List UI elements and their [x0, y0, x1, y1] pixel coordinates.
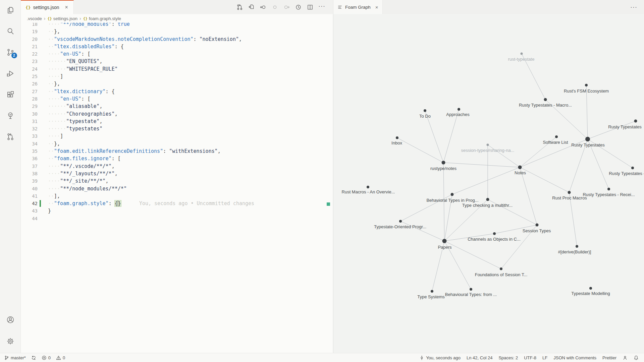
- graph-node-rusts-fsm-ecosystem[interactable]: [585, 84, 588, 86]
- code-line-42: 42··"foam.graph.style": {} You, seconds …: [21, 200, 333, 207]
- line-number: 39: [21, 177, 38, 185]
- branch-indicator[interactable]: master*: [4, 355, 26, 360]
- json-file-icon: {}: [25, 5, 31, 10]
- gitlens-file-history-icon[interactable]: [236, 4, 243, 11]
- graph-node-rusty-typestates-right[interactable]: [634, 120, 637, 123]
- graph-tab-bar: Foam Graph × ···: [333, 0, 644, 14]
- graph-node-label: Typestate-Oriented Progr...: [374, 224, 426, 229]
- breadcrumb-item[interactable]: .vscode: [27, 16, 42, 21]
- breadcrumb: .vscode›{}settings.json›{}foam.graph.sty…: [21, 14, 333, 23]
- graph-node-rusty-typestates-hub[interactable]: [585, 137, 590, 141]
- overview-ruler-modified-mark: [327, 202, 330, 206]
- graph-node-typestate-oriented-progr[interactable]: [399, 220, 402, 223]
- graph-node-session-types[interactable]: [536, 224, 539, 227]
- breadcrumb-separator: ›: [44, 16, 46, 21]
- code-line-33: 33····]: [21, 132, 333, 140]
- graph-edge: [397, 138, 443, 163]
- indentation[interactable]: Spaces: 2: [498, 355, 518, 360]
- graph-node-session-types-sharing[interactable]: [487, 144, 489, 146]
- code-line-41: 41··],: [21, 192, 333, 200]
- bracket-highlight: {}: [115, 200, 121, 206]
- source-control-icon[interactable]: 2: [6, 48, 15, 57]
- breadcrumb-item[interactable]: {}foam.graph.style: [83, 16, 121, 21]
- graph-node-rust-proc-macros[interactable]: [568, 191, 571, 194]
- graph-node-label: To Do: [419, 114, 431, 119]
- code-line-40: 40····"**/node_modules/**/*": [21, 185, 333, 192]
- graph-node-papers[interactable]: [442, 239, 447, 243]
- graph-node-foundations-session[interactable]: [500, 267, 502, 270]
- graph-node-software-list[interactable]: [555, 135, 558, 138]
- graph-node-type-systems[interactable]: [431, 290, 433, 293]
- graph-node-typestate-modelling[interactable]: [589, 287, 592, 290]
- timeline-icon[interactable]: [295, 4, 302, 11]
- eol-sequence[interactable]: LF: [542, 355, 547, 360]
- graph-node-label: Behavioral Types in Prog...: [426, 198, 478, 203]
- graph-node-rustype-notes[interactable]: [442, 161, 445, 165]
- foam-graph-canvas[interactable]: rust-typestateRust's FSM EcosystemRusty …: [333, 14, 644, 353]
- graph-node-channels-as-objects[interactable]: [493, 232, 496, 235]
- extensions-icon[interactable]: [6, 90, 15, 99]
- graph-tab-close-icon[interactable]: ×: [375, 4, 378, 10]
- graph-node-label: rustype/notes: [430, 166, 457, 171]
- code-line-36: 36··"foam.files.ignore": [: [21, 155, 333, 162]
- sync-button[interactable]: [31, 355, 36, 360]
- code-line-31: 31······"typestate",: [21, 118, 333, 125]
- graph-node-behavioral-types-prog[interactable]: [451, 193, 454, 196]
- previous-change-icon[interactable]: [260, 4, 267, 11]
- open-changes-icon[interactable]: [248, 4, 255, 11]
- code-line-38: 38····"**/_layouts/**/*",: [21, 170, 333, 177]
- editor-more-actions-icon[interactable]: ···: [318, 3, 325, 12]
- graph-edge: [443, 109, 459, 163]
- graph-node-behavioural-types-from[interactable]: [470, 288, 472, 291]
- tab-foam-graph[interactable]: Foam Graph ×: [333, 0, 383, 14]
- graph-node-label: Notes: [515, 170, 526, 175]
- account-icon[interactable]: [6, 315, 15, 324]
- line-number: 42: [21, 200, 38, 207]
- line-number: 25: [21, 73, 38, 80]
- graph-node-rusty-typestates-mid[interactable]: [631, 167, 634, 169]
- graph-node-derive-builder[interactable]: [576, 245, 578, 248]
- blame-annotation[interactable]: You, seconds ago: [419, 355, 461, 360]
- notifications-bell-icon[interactable]: [634, 355, 639, 360]
- breadcrumb-item[interactable]: {}settings.json: [47, 16, 77, 21]
- split-editor-icon[interactable]: [307, 4, 314, 11]
- code-line-34: 34··},: [21, 140, 333, 147]
- tab-settings-json[interactable]: {} settings.json ×: [21, 0, 74, 14]
- line-number: 33: [21, 132, 38, 140]
- encoding[interactable]: UTF-8: [524, 355, 536, 360]
- tab-close-icon[interactable]: ×: [65, 5, 68, 10]
- graph-node-rust-macros-overview[interactable]: [367, 186, 369, 188]
- errors-indicator[interactable]: 0: [42, 355, 51, 360]
- graph-node-rusty-typestates-macro[interactable]: [544, 98, 547, 101]
- graph-edge: [444, 241, 501, 269]
- language-mode[interactable]: JSON with Comments: [553, 355, 596, 360]
- testing-tree-icon[interactable]: [6, 111, 15, 120]
- explorer-icon[interactable]: [6, 6, 15, 14]
- code-editor[interactable]: 18····"**/node_modules": true19··},20··"…: [21, 23, 333, 353]
- graph-node-inbox[interactable]: [396, 136, 398, 139]
- line-number: 28: [21, 95, 38, 103]
- code-line-24: 24······"WHITESPACE_RULE": [21, 65, 333, 73]
- warnings-indicator[interactable]: 0: [56, 355, 65, 360]
- feedback-icon[interactable]: [623, 355, 628, 360]
- graph-node-label: Rusty Typestates -: [609, 171, 644, 176]
- settings-gear-icon[interactable]: [6, 337, 15, 346]
- run-debug-icon[interactable]: [6, 69, 15, 78]
- graph-node-notes[interactable]: [518, 166, 522, 169]
- graph-node-label: Typestate Modelling: [571, 291, 610, 296]
- formatter[interactable]: Prettier: [602, 355, 616, 360]
- editor-tab-bar: {} settings.json × ···: [21, 0, 333, 14]
- graph-node-rusty-typestates-recei[interactable]: [607, 188, 610, 190]
- line-number: 41: [21, 192, 38, 200]
- graph-node-approaches[interactable]: [458, 108, 460, 111]
- search-icon[interactable]: [6, 27, 15, 36]
- code-line-30: 30······"Choreographies",: [21, 110, 333, 118]
- graph-node-rust-typestate[interactable]: [521, 53, 523, 55]
- git-graph-icon[interactable]: [6, 132, 15, 141]
- graph-more-actions-icon[interactable]: ···: [630, 4, 644, 11]
- cursor-position[interactable]: Ln 42, Col 24: [467, 355, 492, 360]
- graph-edge: [520, 167, 537, 225]
- graph-node-to-do[interactable]: [424, 109, 426, 112]
- graph-node-type-checking-multithr[interactable]: [486, 198, 489, 201]
- graph-node-label: Rust Proc Macros: [552, 195, 587, 200]
